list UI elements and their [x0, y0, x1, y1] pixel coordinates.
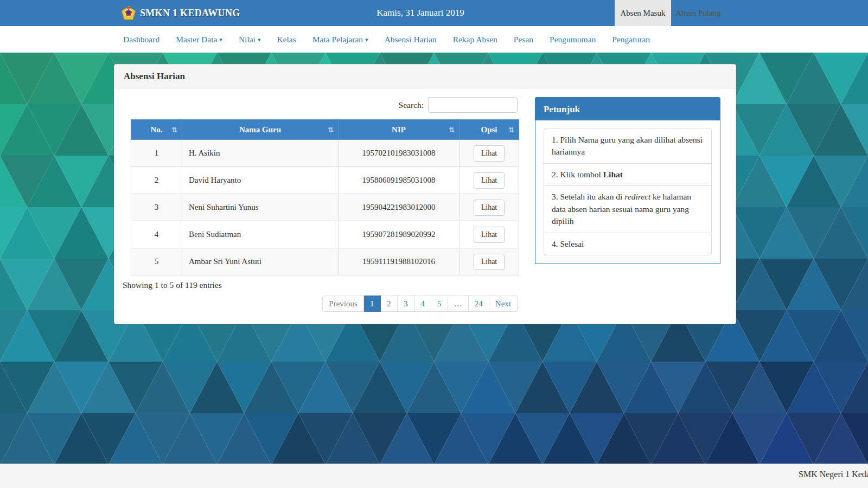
nav-item-mata-pelajaran[interactable]: Mata Pelajaran▾: [304, 26, 376, 53]
table-header-row: No.⇅ Nama Guru⇅ NIP⇅ Opsi⇅: [131, 120, 519, 140]
table-row: 4 Beni Sudiatman 195907281989020992 Liha…: [131, 221, 519, 248]
lihat-button[interactable]: Lihat: [474, 254, 505, 270]
column-header-nip[interactable]: NIP⇅: [339, 120, 459, 140]
chevron-down-icon: ▾: [219, 27, 222, 53]
column-label: Opsi: [481, 125, 497, 134]
lihat-button[interactable]: Lihat: [474, 145, 505, 162]
nav-label: Dashboard: [123, 35, 159, 44]
header-actions: Absen Masuk Absen Pulang: [615, 0, 725, 26]
cell-no: 4: [131, 221, 182, 248]
column-header-no[interactable]: No.⇅: [131, 120, 182, 140]
cell-nama-guru: Ambar Sri Yuni Astuti: [182, 248, 339, 275]
petunjuk-step-4: 4. Selesai: [544, 233, 712, 255]
lihat-button[interactable]: Lihat: [474, 200, 505, 216]
absen-masuk-button[interactable]: Absen Masuk: [615, 0, 671, 26]
sort-icon[interactable]: ⇅: [508, 126, 514, 134]
pagination: Previous 1 2 3 4 5 … 24 Next: [322, 296, 518, 312]
top-header-bar: SMKN 1 KEDAWUNG Kamis, 31 Januari 2019 A…: [0, 0, 868, 26]
nav-label: Kelas: [277, 35, 296, 44]
cell-nama-guru: H. Asikin: [182, 140, 339, 167]
petunjuk-body: 1. Pilih Nama guru yang akan dilihat abs…: [535, 120, 720, 264]
absensi-harian-panel: Absensi Harian Search: No.⇅ Nama Guru⇅ N…: [114, 64, 736, 324]
table-row: 3 Neni Suhartini Yunus 19590422198301200…: [131, 194, 519, 221]
petunjuk-title: Petunjuk: [535, 97, 720, 120]
cell-nip: 195806091985031008: [339, 167, 459, 194]
nav-label: Absensi Harian: [385, 35, 437, 44]
table-row: 2 David Haryanto 195806091985031008 Liha…: [131, 167, 519, 194]
cell-no: 2: [131, 167, 182, 194]
pagination-page-3[interactable]: 3: [398, 296, 414, 312]
nav-label: Pesan: [514, 35, 533, 44]
sort-icon[interactable]: ⇅: [328, 126, 334, 134]
nav-item-nilai[interactable]: Nilai▾: [231, 26, 269, 53]
cell-nip: 195904221983012000: [339, 194, 459, 221]
page-title: Absensi Harian: [114, 65, 736, 88]
nav-label: Pengumuman: [550, 35, 596, 44]
lihat-button[interactable]: Lihat: [474, 227, 505, 243]
table-search: Search:: [399, 97, 518, 113]
chevron-down-icon: ▾: [365, 27, 368, 53]
nav-item-pengumuman[interactable]: Pengumuman: [541, 26, 604, 53]
nav-label: Rekap Absen: [453, 35, 497, 44]
column-label: No.: [150, 125, 162, 134]
footer-text: SMK Negeri 1 Kedawung: [799, 470, 868, 479]
nav-item-absensi-harian[interactable]: Absensi Harian: [376, 26, 445, 53]
petunjuk-step-2: 2. Klik tombol Lihat: [544, 163, 712, 185]
cell-no: 3: [131, 194, 182, 221]
table-row: 1 H. Asikin 195702101983031008 Lihat: [131, 140, 519, 167]
nav-label: Nilai: [239, 35, 256, 44]
search-label: Search:: [399, 100, 424, 110]
table-info-text: Showing 1 to 5 of 119 entries: [123, 280, 222, 290]
pagination-page-5[interactable]: 5: [431, 296, 448, 312]
pagination-page-2[interactable]: 2: [381, 296, 398, 312]
school-brand: SMKN 1 KEDAWUNG: [122, 0, 240, 26]
nav-label: Pengaturan: [612, 35, 650, 44]
header-date: Kamis, 31 Januari 2019: [376, 0, 464, 26]
nav-item-pengaturan[interactable]: Pengaturan: [604, 26, 658, 53]
column-label: NIP: [392, 125, 406, 134]
column-label: Nama Guru: [239, 125, 281, 134]
cell-no: 1: [131, 140, 182, 167]
pagination-page-1[interactable]: 1: [364, 296, 381, 312]
cell-nama-guru: David Haryanto: [182, 167, 339, 194]
pagination-page-4[interactable]: 4: [414, 296, 431, 312]
nav-item-pesan[interactable]: Pesan: [506, 26, 541, 53]
nav-item-kelas[interactable]: Kelas: [269, 26, 304, 53]
search-input[interactable]: [428, 97, 518, 113]
nav-item-master-data[interactable]: Master Data▾: [168, 26, 231, 53]
nav-item-rekap-absen[interactable]: Rekap Absen: [445, 26, 506, 53]
cell-nama-guru: Neni Suhartini Yunus: [182, 194, 339, 221]
petunjuk-step-3: 3. Setelah itu akan di redirect ke halam…: [544, 185, 712, 232]
pagination-next[interactable]: Next: [489, 296, 518, 312]
school-name: SMKN 1 KEDAWUNG: [140, 8, 240, 19]
cell-nip: 195702101983031008: [339, 140, 459, 167]
chevron-down-icon: ▾: [258, 27, 261, 53]
school-logo-icon: [122, 6, 136, 20]
cell-nip: 195911191988102016: [339, 248, 459, 275]
guru-table: No.⇅ Nama Guru⇅ NIP⇅ Opsi⇅ 1 H. Asikin 1…: [131, 119, 519, 275]
petunjuk-step-1: 1. Pilih Nama guru yang akan dilihat abs…: [544, 129, 712, 163]
lihat-button[interactable]: Lihat: [474, 172, 505, 189]
main-nav: Dashboard Master Data▾ Nilai▾ Kelas Mata…: [0, 26, 868, 53]
pagination-page-24[interactable]: 24: [469, 296, 489, 312]
sort-icon[interactable]: ⇅: [449, 126, 455, 134]
cell-nip: 195907281989020992: [339, 221, 459, 248]
absen-pulang-button[interactable]: Absen Pulang: [671, 0, 725, 26]
nav-item-dashboard[interactable]: Dashboard: [115, 26, 168, 53]
column-header-nama-guru[interactable]: Nama Guru⇅: [182, 120, 339, 140]
nav-label: Master Data: [176, 35, 217, 44]
pagination-ellipsis: …: [448, 296, 469, 312]
cell-no: 5: [131, 248, 182, 275]
petunjuk-panel: Petunjuk 1. Pilih Nama guru yang akan di…: [535, 97, 720, 264]
footer: SMK Negeri 1 Kedawung: [0, 464, 868, 488]
nav-label: Mata Pelajaran: [312, 35, 363, 44]
cell-nama-guru: Beni Sudiatman: [182, 221, 339, 248]
table-row: 5 Ambar Sri Yuni Astuti 1959111919881020…: [131, 248, 519, 275]
column-header-opsi[interactable]: Opsi⇅: [459, 120, 519, 140]
sort-icon[interactable]: ⇅: [171, 126, 177, 134]
pagination-previous[interactable]: Previous: [322, 296, 364, 312]
